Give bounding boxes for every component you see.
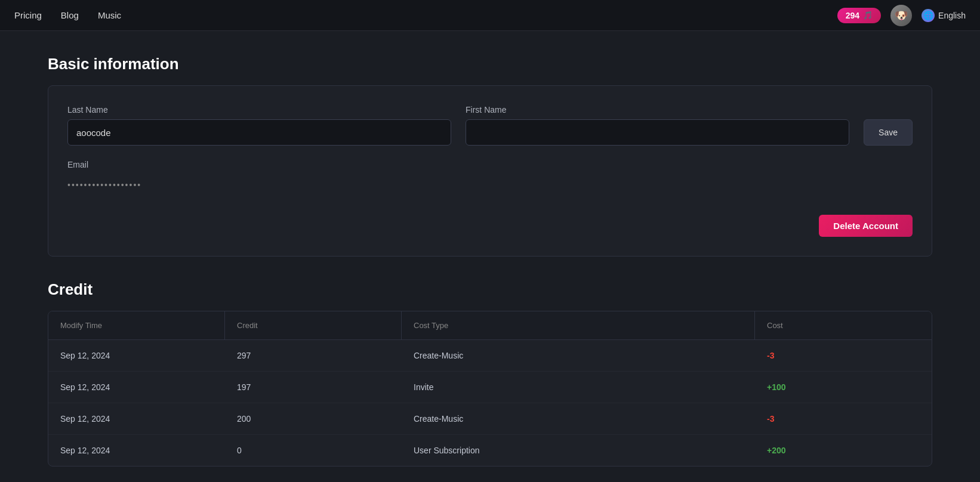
credit-count: 294 — [846, 11, 859, 20]
cell-credit: 297 — [225, 340, 402, 371]
save-button[interactable]: Save — [864, 119, 913, 146]
avatar-icon: 🐶 — [895, 9, 908, 22]
nav-blog[interactable]: Blog — [61, 10, 79, 20]
nav-pricing[interactable]: Pricing — [14, 10, 42, 20]
basic-info-card: Last Name First Name Save Email ••••••••… — [48, 85, 932, 257]
credit-table: Modify Time Credit Cost Type Cost Sep 12… — [48, 311, 932, 466]
first-name-input[interactable] — [466, 119, 849, 146]
last-name-group: Last Name — [67, 105, 451, 146]
cell-modify-time: Sep 12, 2024 — [48, 435, 225, 466]
cell-credit: 200 — [225, 403, 402, 434]
table-row: Sep 12, 2024 297 Create-Music -3 — [48, 340, 932, 372]
col-cost: Cost — [755, 311, 932, 339]
cell-credit: 197 — [225, 372, 402, 403]
basic-info-title: Basic information — [48, 55, 932, 73]
email-value: •••••••••••••••••• — [67, 174, 913, 196]
table-row: Sep 12, 2024 200 Create-Music -3 — [48, 403, 932, 435]
first-name-group: First Name — [466, 105, 849, 146]
cell-cost: -3 — [755, 403, 932, 434]
table-row: Sep 12, 2024 197 Invite +100 — [48, 372, 932, 403]
cell-modify-time: Sep 12, 2024 — [48, 403, 225, 434]
cell-cost: +100 — [755, 372, 932, 403]
form-footer: Delete Account — [67, 215, 913, 237]
table-row: Sep 12, 2024 0 User Subscription +200 — [48, 435, 932, 466]
language-label: English — [938, 11, 966, 20]
credit-title: Credit — [48, 280, 932, 299]
cell-modify-time: Sep 12, 2024 — [48, 372, 225, 403]
main-content: Basic information Last Name First Name S… — [0, 31, 980, 482]
delete-account-button[interactable]: Delete Account — [819, 215, 913, 237]
cell-cost-type: User Subscription — [402, 435, 755, 466]
col-cost-type: Cost Type — [402, 311, 755, 339]
avatar[interactable]: 🐶 — [890, 5, 912, 26]
last-name-label: Last Name — [67, 105, 451, 115]
credit-badge[interactable]: 294 🎵 — [837, 8, 881, 23]
name-row: Last Name First Name Save — [67, 105, 913, 146]
navbar-right: 294 🎵 🐶 🌐 English — [837, 5, 966, 26]
music-icon: 🎵 — [863, 11, 873, 20]
col-modify-time: Modify Time — [48, 311, 225, 339]
cell-cost: +200 — [755, 435, 932, 466]
email-label: Email — [67, 160, 913, 169]
globe-icon: 🌐 — [922, 9, 935, 22]
email-row: Email •••••••••••••••••• — [67, 160, 913, 196]
col-credit: Credit — [225, 311, 402, 339]
navbar: Pricing Blog Music 294 🎵 🐶 🌐 English — [0, 0, 980, 31]
last-name-input[interactable] — [67, 119, 451, 146]
navbar-left: Pricing Blog Music — [14, 10, 837, 20]
cell-cost: -3 — [755, 340, 932, 371]
cell-cost-type: Create-Music — [402, 403, 755, 434]
cell-cost-type: Invite — [402, 372, 755, 403]
language-selector[interactable]: 🌐 English — [922, 9, 966, 22]
cell-cost-type: Create-Music — [402, 340, 755, 371]
nav-music[interactable]: Music — [98, 10, 121, 20]
table-header: Modify Time Credit Cost Type Cost — [48, 311, 932, 340]
cell-credit: 0 — [225, 435, 402, 466]
cell-modify-time: Sep 12, 2024 — [48, 340, 225, 371]
first-name-label: First Name — [466, 105, 849, 115]
